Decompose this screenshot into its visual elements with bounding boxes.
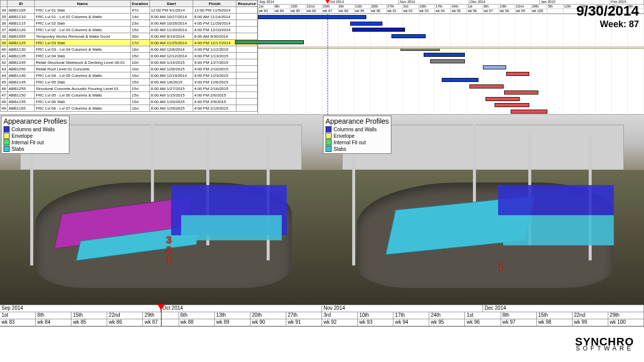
gantt-bar[interactable] [350, 22, 382, 26]
legend-item: Internal Fit out [326, 139, 389, 145]
appearance-legend: Appearance Profiles Columns and WallsEnv… [323, 116, 391, 154]
cell: Temporary Works Removal & Make Good [35, 33, 131, 40]
gantt-bar[interactable] [495, 103, 529, 107]
task-row[interactable]: 40ABB1130FRC Lvl 03 - Lvl 04 Columns & W… [1, 46, 258, 53]
week-label: wk 93 [358, 319, 393, 326]
cell: 38 [1, 33, 8, 40]
cell: ABB1140 [8, 72, 35, 79]
cell [236, 105, 258, 112]
gantt-bar[interactable] [352, 28, 405, 32]
legend-item: Envelope [326, 133, 389, 139]
day-label: 29th [608, 312, 644, 319]
week-label: wk 92 [403, 9, 419, 14]
now-marker-icon[interactable] [325, 0, 331, 4]
gantt-bar[interactable] [506, 72, 529, 76]
task-row[interactable]: 48ABB1155FRC Lvl 06 Slab15d8:00 AM 1/20/… [1, 99, 258, 105]
cell [236, 46, 258, 53]
col-header[interactable]: Duration [130, 1, 149, 7]
cell: 4:00 PM 1/27/2015 [193, 59, 236, 66]
cell: 4:00 PM 11/28/2014 [193, 20, 236, 27]
cell [236, 7, 258, 14]
legend-label: Internal Fit out [12, 140, 44, 145]
3d-viewport-right[interactable]: Appearance Profiles Columns and WallsEnv… [322, 115, 644, 305]
cell: 8:00 AM 11/25/2014 [149, 40, 193, 46]
cell: 8:00 AM 1/27/2015 [149, 85, 193, 92]
week-label: wk 91 [387, 9, 403, 14]
gantt-bar[interactable] [430, 59, 464, 63]
cell: Retail Roof Level 01 Concrete [35, 66, 131, 72]
task-row[interactable]: 44ABB1140FRC Lvl 04 - Lvl 05 Columns & W… [1, 72, 258, 79]
day-label: 5th [547, 5, 564, 9]
gantt-bar[interactable] [442, 78, 478, 82]
task-row[interactable]: 42ABB1245Retail Structural Steelwork & D… [1, 59, 258, 66]
cell: 15d [130, 53, 149, 59]
current-date-display: 9/30/2014 Week: 87 [576, 3, 639, 30]
task-row[interactable]: 49ABB1165FRC Lvl 06 - Lvl 07 Columns & W… [1, 105, 258, 112]
task-row[interactable]: 39ABB1125FRC Lvl 03 Slab17d8:00 AM 11/25… [1, 40, 258, 46]
gantt-bar[interactable] [391, 34, 426, 38]
gantt-bar[interactable] [469, 84, 504, 88]
task-row[interactable]: 36ABB1115FRC Lvl 02 Slab23d8:00 AM 10/28… [1, 20, 258, 27]
week-label: wk 85 [290, 9, 306, 14]
timeline-now-marker-icon[interactable] [157, 304, 165, 310]
cell: 4:00 PM 1/13/2015 [193, 53, 236, 59]
3d-viewport-left[interactable]: Appearance Profiles Columns and WallsEnv… [0, 115, 322, 305]
task-row[interactable]: 41ABB1135FRC Lvl 04 Slab15d8:00 AM 12/12… [1, 53, 258, 59]
task-row[interactable]: 47ABB1150FRC Lvl 05 - Lvl 06 Columns & W… [1, 92, 258, 99]
legend-title: Appearance Profiles [4, 117, 67, 125]
task-table[interactable]: IDNameDurationStartFinishResource 34ABB1… [0, 0, 258, 114]
gantt-bar[interactable] [235, 40, 304, 44]
cell: 10d [130, 59, 149, 66]
gantt-bar[interactable] [258, 15, 366, 19]
day-label: 15th [499, 5, 515, 9]
week-label: wk 83 [258, 9, 274, 14]
task-row[interactable]: 35ABB1110FRC Lvl 01 - Lvl 02 Columns & W… [1, 14, 258, 20]
col-header[interactable]: ID [8, 1, 35, 7]
cell: 8:00 AM 1/6/2015 [149, 79, 193, 85]
gantt-bar[interactable] [424, 53, 465, 57]
col-header[interactable] [1, 1, 8, 7]
cell: 18d [130, 46, 149, 53]
cell [236, 14, 258, 20]
task-row[interactable]: 45ABB1145FRC Lvl 05 Slab15d8:00 AM 1/6/2… [1, 79, 258, 85]
gantt-bar[interactable] [483, 65, 506, 69]
day-label: 1st [465, 312, 501, 319]
task-row[interactable]: 34ABB1105FRC Lvl 01 Slab47d12:00 PM 9/1/… [1, 7, 258, 14]
gantt-bar[interactable] [504, 90, 538, 95]
cell: 35 [1, 14, 8, 20]
col-header[interactable]: Start [149, 1, 193, 7]
gantt-bar[interactable] [258, 47, 644, 49]
legend-label: Envelope [334, 133, 355, 139]
legend-item: Columns and Walls [326, 126, 389, 132]
logo-line2: SOFTWARE [575, 346, 634, 351]
gantt-chart[interactable]: 9/30/2014 Week: 87 Sep 2014Oct 2014Nov 2… [258, 0, 644, 114]
day-label: 17th [393, 312, 429, 319]
task-row[interactable]: 43ABB1250Retail Roof Level 01 Concrete10… [1, 66, 258, 72]
day-label: 10th [419, 5, 435, 9]
week-text: Week: 87 [576, 19, 639, 30]
col-header[interactable]: Resource [236, 1, 258, 7]
day-label: 15th [290, 5, 306, 9]
swatch-icon [4, 146, 10, 152]
legend-label: Envelope [12, 133, 33, 139]
bottom-timeline[interactable]: Sep 2014Oct 2014Nov 2014Dec 2014 1st8th1… [0, 305, 644, 327]
swatch-icon [326, 139, 332, 145]
cell [236, 66, 258, 72]
task-row[interactable]: 38ABB1055Temporary Works Removal & Make … [1, 33, 258, 40]
week-label: wk 91 [286, 319, 322, 326]
week-label: wk 95 [451, 9, 467, 14]
task-row[interactable]: 46ABB1255Structural Concrete Acoustic Fl… [1, 85, 258, 92]
gantt-bar[interactable] [486, 97, 520, 101]
cell: 37 [1, 27, 8, 33]
gantt-bar[interactable] [511, 110, 547, 114]
task-row[interactable]: 37ABB1120FRC Lvl 02 - Lvl 03 Columns & W… [1, 27, 258, 33]
cell: FRC Lvl 01 - Lvl 02 Columns & Walls [35, 14, 131, 20]
cell: ABB1245 [8, 59, 35, 66]
day-label: 15th [537, 312, 573, 319]
col-header[interactable]: Finish [193, 1, 236, 7]
cell [236, 59, 258, 66]
col-header[interactable]: Name [35, 1, 131, 7]
week-label: wk 97 [501, 319, 537, 326]
week-label: wk 98 [499, 9, 515, 14]
cell: ABB1120 [8, 27, 35, 33]
